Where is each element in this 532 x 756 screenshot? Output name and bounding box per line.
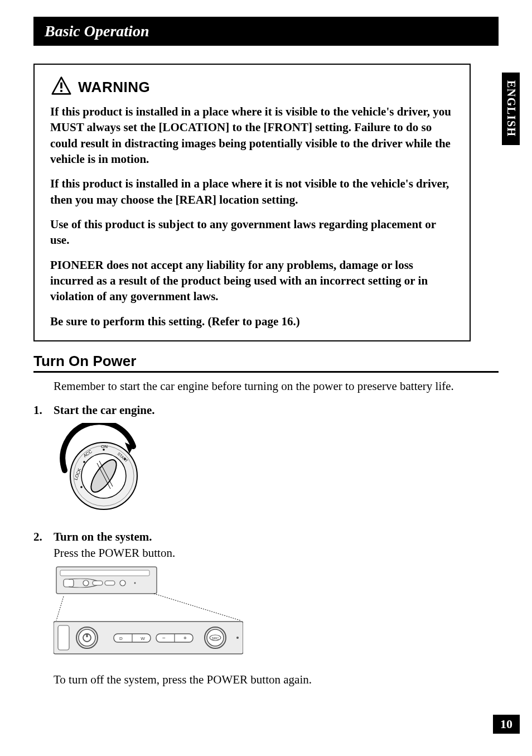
svg-rect-18	[105, 581, 115, 585]
step-2: 2. Turn on the system. Press the POWER b…	[33, 530, 499, 560]
svg-rect-13	[60, 570, 149, 576]
warning-paragraph: PIONEER does not accept any liability fo…	[50, 257, 454, 305]
svg-rect-28	[86, 634, 88, 637]
warning-paragraph: If this product is installed in a place …	[50, 104, 454, 167]
svg-rect-0	[60, 83, 62, 89]
step-1: 1. Start the car engine.	[33, 403, 499, 417]
panel-illustration: D W − + SRC	[54, 566, 532, 663]
step-label: 1. Start the car engine.	[33, 403, 499, 417]
after-note: To turn off the system, press the POWER …	[54, 673, 499, 687]
svg-rect-14	[64, 579, 74, 587]
svg-rect-17	[93, 581, 103, 585]
svg-point-36	[236, 637, 239, 639]
svg-point-16	[83, 580, 89, 586]
language-tab-text: ENGLISH	[505, 80, 518, 137]
warning-paragraph: If this product is installed in a place …	[50, 176, 454, 208]
warning-box: WARNING If this product is installed in …	[33, 64, 471, 341]
panel-plus-label: +	[183, 635, 187, 641]
step-title: Start the car engine.	[54, 403, 499, 417]
warning-triangle-icon	[50, 76, 72, 98]
step-number: 2.	[33, 530, 54, 560]
svg-point-8	[80, 486, 83, 488]
panel-d-label: D	[119, 636, 123, 641]
panel-src-label: SRC	[212, 637, 219, 640]
warning-title-row: WARNING	[50, 76, 454, 98]
svg-rect-24	[58, 625, 69, 650]
svg-line-22	[154, 594, 240, 620]
language-tab: ENGLISH	[502, 73, 520, 145]
panel-minus-label: −	[162, 635, 166, 641]
step-title: Turn on the system.	[54, 530, 152, 543]
section-header: Basic Operation	[33, 17, 499, 46]
svg-point-9	[83, 461, 85, 463]
warning-paragraph: Be sure to perform this setting. (Refer …	[50, 314, 454, 329]
panel-w-label: W	[141, 636, 145, 641]
svg-point-26	[79, 629, 95, 646]
svg-rect-1	[60, 90, 62, 92]
step-label: 2. Turn on the system. Press the POWER b…	[33, 530, 499, 560]
step-number: 1.	[33, 403, 54, 417]
page-number-text: 10	[500, 717, 512, 731]
subsection-intro: Remember to start the car engine before …	[54, 379, 499, 393]
ignition-illustration: LOCK ACC ON START	[54, 423, 532, 520]
subsection-title: Turn On Power	[33, 353, 499, 373]
warning-title: WARNING	[78, 79, 150, 96]
step-subtext: Press the POWER button.	[54, 546, 499, 560]
warning-paragraph: Use of this product is subject to any go…	[50, 216, 454, 248]
ignition-on-label: ON	[101, 444, 108, 449]
page-number: 10	[493, 715, 520, 734]
svg-point-20	[134, 582, 136, 584]
svg-point-19	[120, 580, 125, 586]
svg-line-21	[56, 596, 64, 620]
